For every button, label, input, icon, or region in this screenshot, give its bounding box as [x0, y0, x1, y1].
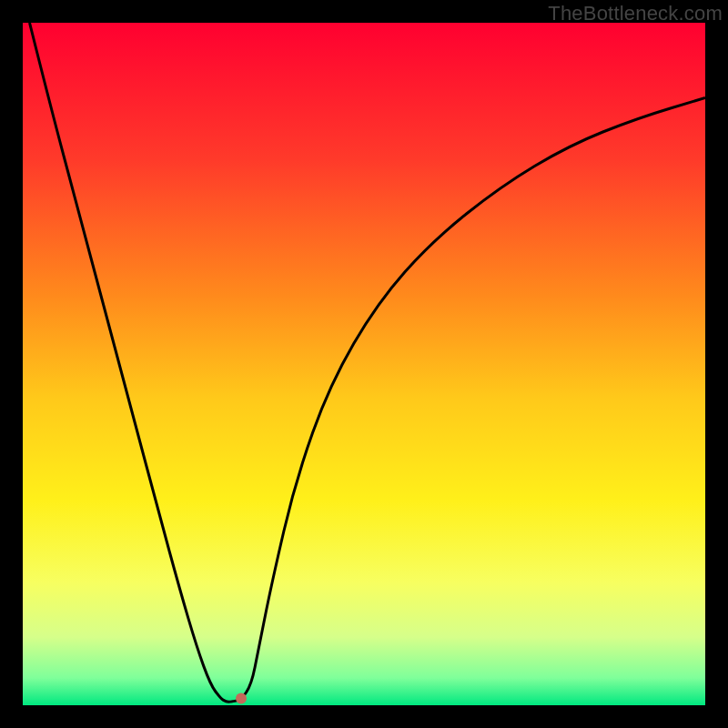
bottleneck-chart	[23, 23, 705, 705]
chart-frame: TheBottleneck.com	[0, 0, 728, 728]
plot-area	[23, 23, 705, 705]
minimum-point-marker	[236, 693, 247, 704]
gradient-background	[23, 23, 705, 705]
